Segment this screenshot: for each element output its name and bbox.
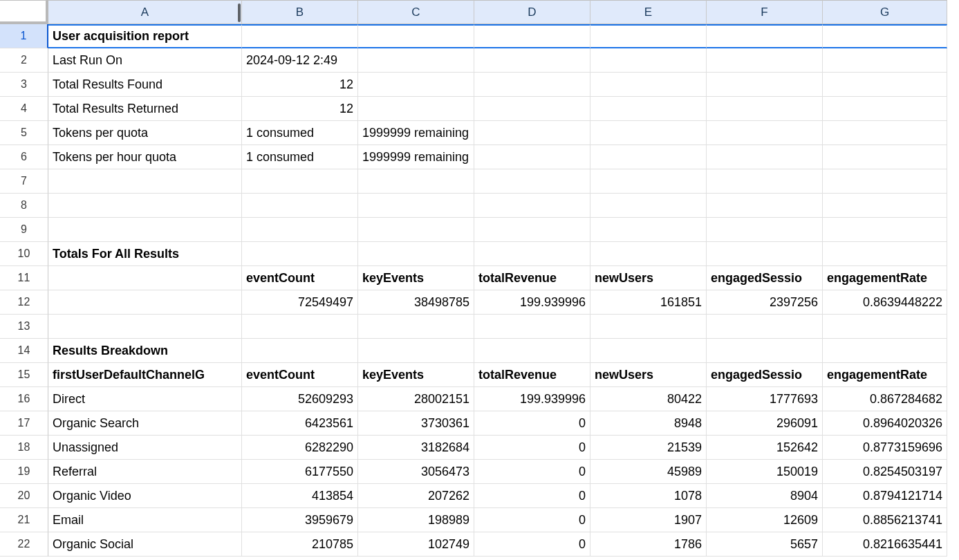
cell-B5[interactable]: 1 consumed — [242, 121, 358, 145]
cell-E2[interactable] — [590, 48, 707, 73]
cell-B15[interactable]: eventCount — [242, 363, 358, 387]
cell-F20[interactable]: 8904 — [707, 484, 823, 508]
cell-F14[interactable] — [707, 339, 823, 363]
cell-C6[interactable]: 1999999 remaining — [358, 145, 474, 169]
cell-G11[interactable]: engagementRate — [823, 266, 947, 290]
row-header-16[interactable]: 16 — [0, 387, 48, 411]
cell-B10[interactable] — [242, 242, 358, 266]
cell-A1[interactable]: User acquisition report — [48, 24, 242, 48]
cell-D12[interactable]: 199.939996 — [474, 290, 590, 315]
cell-D7[interactable] — [474, 169, 590, 194]
cell-B9[interactable] — [242, 218, 358, 242]
row-header-1[interactable]: 1 — [0, 24, 48, 48]
cell-C22[interactable]: 102749 — [358, 532, 474, 557]
cell-E7[interactable] — [590, 169, 707, 194]
cell-B3[interactable]: 12 — [242, 73, 358, 97]
row-header-10[interactable]: 10 — [0, 242, 48, 266]
row-header-20[interactable]: 20 — [0, 484, 48, 508]
row-header-8[interactable]: 8 — [0, 194, 48, 218]
cell-D8[interactable] — [474, 194, 590, 218]
cell-E17[interactable]: 8948 — [590, 411, 707, 436]
cell-A5[interactable]: Tokens per quota — [48, 121, 242, 145]
cell-F2[interactable] — [707, 48, 823, 73]
cell-C12[interactable]: 38498785 — [358, 290, 474, 315]
cell-D13[interactable] — [474, 315, 590, 339]
cell-A15[interactable]: firstUserDefaultChannelG — [48, 363, 242, 387]
cell-D2[interactable] — [474, 48, 590, 73]
cell-C20[interactable]: 207262 — [358, 484, 474, 508]
cell-A7[interactable] — [48, 169, 242, 194]
cell-G8[interactable] — [823, 194, 947, 218]
cell-C5[interactable]: 1999999 remaining — [358, 121, 474, 145]
cell-A22[interactable]: Organic Social — [48, 532, 242, 557]
cell-A18[interactable]: Unassigned — [48, 436, 242, 460]
cell-F18[interactable]: 152642 — [707, 436, 823, 460]
cell-E12[interactable]: 161851 — [590, 290, 707, 315]
cell-C19[interactable]: 3056473 — [358, 460, 474, 484]
cell-F6[interactable] — [707, 145, 823, 169]
cell-D19[interactable]: 0 — [474, 460, 590, 484]
spreadsheet-grid[interactable]: ABCDEFG1User acquisition report2Last Run… — [0, 0, 959, 557]
cell-D10[interactable] — [474, 242, 590, 266]
cell-E19[interactable]: 45989 — [590, 460, 707, 484]
cell-A13[interactable] — [48, 315, 242, 339]
cell-C16[interactable]: 28002151 — [358, 387, 474, 411]
cell-B6[interactable]: 1 consumed — [242, 145, 358, 169]
row-header-5[interactable]: 5 — [0, 121, 48, 145]
cell-B4[interactable]: 12 — [242, 97, 358, 121]
cell-E9[interactable] — [590, 218, 707, 242]
select-all-corner[interactable] — [0, 0, 48, 24]
cell-C9[interactable] — [358, 218, 474, 242]
cell-D3[interactable] — [474, 73, 590, 97]
row-header-22[interactable]: 22 — [0, 532, 48, 557]
column-header-A[interactable]: A — [48, 0, 242, 24]
row-header-4[interactable]: 4 — [0, 97, 48, 121]
cell-F13[interactable] — [707, 315, 823, 339]
cell-F3[interactable] — [707, 73, 823, 97]
cell-A9[interactable] — [48, 218, 242, 242]
column-header-G[interactable]: G — [823, 0, 947, 24]
row-header-18[interactable]: 18 — [0, 436, 48, 460]
cell-F1[interactable] — [707, 24, 823, 48]
column-header-E[interactable]: E — [590, 0, 707, 24]
column-header-B[interactable]: B — [242, 0, 358, 24]
cell-B18[interactable]: 6282290 — [242, 436, 358, 460]
cell-D4[interactable] — [474, 97, 590, 121]
row-header-14[interactable]: 14 — [0, 339, 48, 363]
cell-E5[interactable] — [590, 121, 707, 145]
cell-C13[interactable] — [358, 315, 474, 339]
cell-E10[interactable] — [590, 242, 707, 266]
cell-B17[interactable]: 6423561 — [242, 411, 358, 436]
cell-G5[interactable] — [823, 121, 947, 145]
cell-A19[interactable]: Referral — [48, 460, 242, 484]
row-header-12[interactable]: 12 — [0, 290, 48, 315]
cell-D1[interactable] — [474, 24, 590, 48]
cell-D15[interactable]: totalRevenue — [474, 363, 590, 387]
cell-D9[interactable] — [474, 218, 590, 242]
cell-G19[interactable]: 0.8254503197 — [823, 460, 947, 484]
cell-C17[interactable]: 3730361 — [358, 411, 474, 436]
row-header-7[interactable]: 7 — [0, 169, 48, 194]
cell-E18[interactable]: 21539 — [590, 436, 707, 460]
cell-B11[interactable]: eventCount — [242, 266, 358, 290]
cell-B20[interactable]: 413854 — [242, 484, 358, 508]
cell-D6[interactable] — [474, 145, 590, 169]
cell-A10[interactable]: Totals For All Results — [48, 242, 242, 266]
cell-A21[interactable]: Email — [48, 508, 242, 532]
cell-A17[interactable]: Organic Search — [48, 411, 242, 436]
row-header-11[interactable]: 11 — [0, 266, 48, 290]
cell-G9[interactable] — [823, 218, 947, 242]
cell-A4[interactable]: Total Results Returned — [48, 97, 242, 121]
cell-C8[interactable] — [358, 194, 474, 218]
cell-B1[interactable] — [242, 24, 358, 48]
cell-C3[interactable] — [358, 73, 474, 97]
cell-G18[interactable]: 0.8773159696 — [823, 436, 947, 460]
cell-G20[interactable]: 0.8794121714 — [823, 484, 947, 508]
row-header-15[interactable]: 15 — [0, 363, 48, 387]
cell-B14[interactable] — [242, 339, 358, 363]
cell-A11[interactable] — [48, 266, 242, 290]
row-header-3[interactable]: 3 — [0, 73, 48, 97]
cell-D5[interactable] — [474, 121, 590, 145]
cell-A8[interactable] — [48, 194, 242, 218]
cell-A6[interactable]: Tokens per hour quota — [48, 145, 242, 169]
